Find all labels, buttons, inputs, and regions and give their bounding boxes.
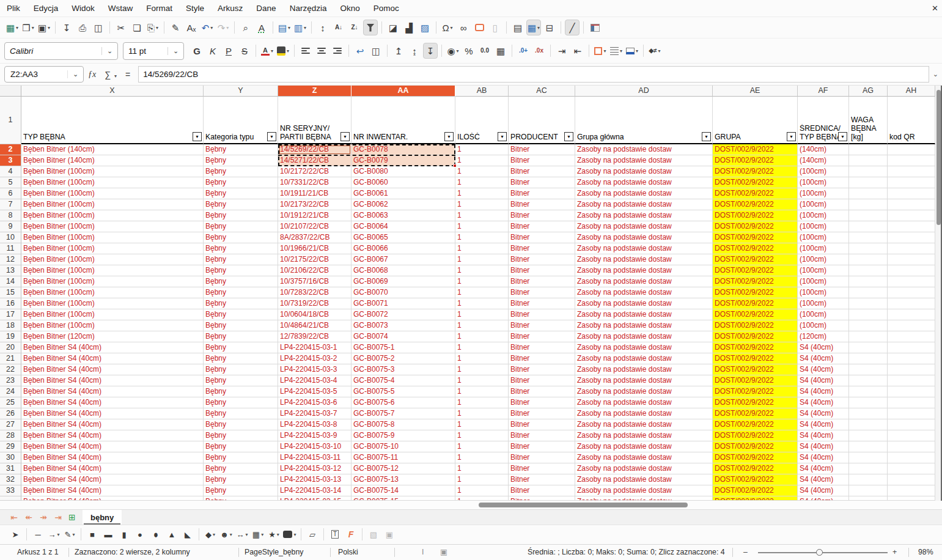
cell[interactable]: Bębny [204,166,278,177]
menu-format[interactable]: Format [141,0,178,17]
cell[interactable]: Zasoby na podstawie dostaw [575,375,713,386]
cell[interactable]: 1 [455,254,509,265]
cell[interactable] [888,342,935,353]
header-cell[interactable]: PRODUCENT▼ [509,97,575,144]
decrease-indent-button[interactable]: ⇤ [570,43,585,59]
cell[interactable]: Bitner [509,331,575,342]
cell[interactable] [849,430,888,441]
paste-dropdown-icon[interactable]: ▾ [156,25,158,31]
selection-status[interactable]: Zaznaczono: 2 wiersze, 2 kolumny [75,545,190,560]
cell[interactable]: S4 (40cm) [798,474,849,485]
header-cell[interactable]: NR SERYJNY/PARTII BĘBNA▼ [278,97,351,144]
lines-and-arrows-dropdown-icon[interactable]: ▾ [57,532,59,537]
autofilter-dropdown-button[interactable]: ▼ [267,132,276,141]
cell[interactable]: S4 (40cm) [798,375,849,386]
sheet-tab-bebny[interactable]: bębny [83,510,122,525]
row-header-8[interactable]: 8 [0,210,21,221]
undo-dropdown-icon[interactable]: ▾ [210,25,213,31]
cell[interactable]: Bębny [204,331,278,342]
cell[interactable]: DOST/002/9/2022 [713,309,798,320]
cell[interactable] [888,320,935,331]
cell[interactable]: Bębny [204,243,278,254]
cell[interactable]: Bębny [204,155,278,166]
row-header-24[interactable]: 24 [0,386,21,397]
cell[interactable]: GC-B0066 [351,243,455,254]
select-button[interactable]: ➤ [8,527,23,542]
cell[interactable]: Bitner [509,430,575,441]
horizontal-scrollbar-thumb[interactable] [479,503,688,507]
cell[interactable]: Zasoby na podstawie dostaw [575,243,713,254]
zoom-slider[interactable] [758,552,888,553]
cell[interactable]: Bitner [509,155,575,166]
autofilter-dropdown-button[interactable]: ▼ [838,132,847,141]
cell[interactable] [888,166,935,177]
row-header-16[interactable]: 16 [0,298,21,309]
column-header-X[interactable]: X [21,86,204,97]
cell[interactable]: DOST/002/9/2022 [713,221,798,232]
menu-pomoc[interactable]: Pomoc [368,0,405,17]
cell[interactable] [888,265,935,276]
cell[interactable] [888,331,935,342]
cell[interactable]: DOST/002/9/2022 [713,199,798,210]
cell[interactable]: Bębny [204,408,278,419]
cell[interactable]: LP4-220415-03-4 [278,375,351,386]
cell[interactable]: (100cm) [798,243,849,254]
row-header-27[interactable]: 27 [0,419,21,430]
cell[interactable] [849,452,888,463]
block-arrows-dropdown-icon[interactable]: ▾ [245,532,248,537]
delete-decimal-place-button[interactable]: .0x [532,43,546,59]
cell[interactable]: GC-B0067 [351,254,455,265]
format-as-currency-dropdown-icon[interactable]: ▾ [457,48,459,54]
cell[interactable] [849,243,888,254]
cell[interactable]: Bitner [509,496,575,501]
cell[interactable]: Bitner [509,243,575,254]
cell[interactable] [888,243,935,254]
stars-and-banners-dropdown-icon[interactable]: ▾ [277,532,279,537]
cell[interactable]: Bębny [204,364,278,375]
cell[interactable]: S4 (40cm) [798,452,849,463]
cell[interactable]: Bębny [204,144,278,155]
cell[interactable]: Bitner [509,353,575,364]
cell[interactable]: DOST/002/9/2022 [713,243,798,254]
cell[interactable]: Bitner [509,485,575,496]
cell[interactable]: Bęben Bitner S4 (40cm) [21,375,204,386]
autofilter-dropdown-button[interactable]: ▼ [340,132,350,141]
font-size-select[interactable]: 11 pt ⌄ [123,42,184,60]
square-button[interactable]: ▮ [117,527,131,542]
cell[interactable]: Bęben Bitner (100cm) [21,320,204,331]
cell[interactable]: GC-B0078 [351,144,455,155]
cell[interactable]: 1 [455,364,509,375]
autofilter-dropdown-button[interactable]: ▼ [702,132,711,141]
align-center-button[interactable] [314,43,329,59]
cell[interactable]: Bitner [509,221,575,232]
copy-button[interactable]: ❏ [130,20,144,35]
row-header-26[interactable]: 26 [0,408,21,419]
cell[interactable]: DOST/002/9/2022 [713,254,798,265]
formula-equals-icon[interactable]: = [125,70,130,79]
cell[interactable]: Bębny [204,188,278,199]
cell[interactable]: DOST/002/9/2022 [713,463,798,474]
cell[interactable]: Bęben Bitner (100cm) [21,298,204,309]
sort-descending-button[interactable]: Z↓ [347,20,362,35]
sort-button[interactable]: ↕ [315,20,330,35]
cell[interactable]: Bęben Bitner (100cm) [21,254,204,265]
cell[interactable] [888,452,935,463]
rounded-rectangle-button[interactable]: ▬ [101,527,116,542]
cell[interactable]: Bitner [509,375,575,386]
menu-okno[interactable]: Okno [334,0,365,17]
cell[interactable]: Zasoby na podstawie dostaw [575,496,713,501]
insert-column-dropdown-icon[interactable]: ▾ [304,25,306,31]
cell[interactable]: LP4-220415-03-9 [278,430,351,441]
cell[interactable]: GC-B0075-9 [351,430,455,441]
cell[interactable]: 1 [455,298,509,309]
freeze-rows-columns-button[interactable]: ▦▾ [526,20,541,35]
cell[interactable]: Bitner [509,408,575,419]
cell[interactable]: DOST/002/9/2022 [713,485,798,496]
select-function-icon[interactable]: ∑ ▾ [105,70,117,79]
cell[interactable]: DOST/002/9/2022 [713,265,798,276]
cell[interactable] [888,386,935,397]
cell[interactable]: Bębny [204,463,278,474]
cell[interactable]: 10/7283/22/CB [278,287,351,298]
redo-dropdown-icon[interactable]: ▾ [226,25,229,31]
cell[interactable]: 10/7319/22/CB [278,298,351,309]
